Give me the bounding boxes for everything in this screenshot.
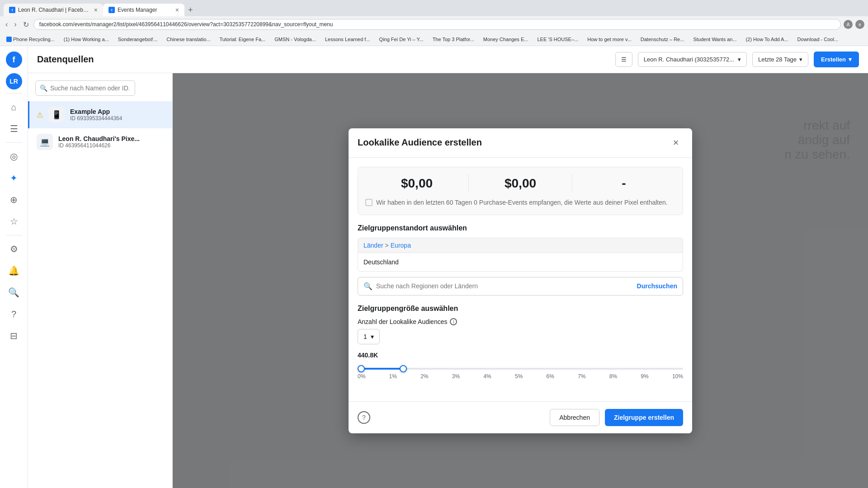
sidebar-item-analytics[interactable]: ✦: [4, 168, 24, 188]
back-button[interactable]: ‹: [4, 19, 9, 30]
search-sidebar-icon: 🔍: [8, 287, 19, 298]
events-manager-favicon: f: [108, 7, 115, 13]
submit-button[interactable]: Zielgruppe erstellen: [605, 409, 683, 426]
bookmark-11[interactable]: How to get more v...: [585, 36, 634, 43]
modal-footer: ? Abbrechen Zielgruppe erstellen: [349, 401, 692, 433]
location-tag: Deutschland: [358, 253, 683, 272]
date-range-label: Letzte 28 Tage: [758, 56, 797, 63]
ds-icon-0: 📱: [48, 107, 65, 123]
info-text: Wir haben in den letzten 60 Tagen 0 Purc…: [376, 198, 668, 207]
bookmark-4[interactable]: Tutorial: Eigene Fa...: [217, 36, 268, 43]
location-section-title: Zielgruppenstandort auswählen: [358, 224, 683, 232]
create-chevron-icon: ▾: [849, 56, 852, 63]
bookmark-8[interactable]: The Top 3 Platfor...: [430, 36, 477, 43]
nav-bar: ‹ › ↻ facebook.com/events/manager2/list/…: [0, 16, 868, 33]
bookmark-13[interactable]: Student Wants an...: [690, 36, 739, 43]
search-bar: 🔍: [28, 80, 172, 101]
slider-value-label: 440.8K: [358, 352, 683, 359]
count-dropdown[interactable]: 1 ▾: [358, 329, 380, 344]
sidebar-item-notifications[interactable]: 🔔: [4, 261, 24, 281]
bookmark-2[interactable]: Sonderangebot!...: [115, 36, 160, 43]
divider-1: [6, 93, 22, 94]
bookmark-7[interactable]: Qing Fei De Yi – Y...: [377, 36, 426, 43]
sidebar-item-search[interactable]: 🔍: [4, 282, 24, 302]
sidebar-item-collapse[interactable]: ⊟: [4, 326, 24, 346]
address-bar[interactable]: facebook.com/events/manager2/list/pixel/…: [33, 19, 841, 30]
tab-facebook[interactable]: f Leon R. Chaudhari | Facebook ×: [4, 4, 103, 16]
bookmark-9[interactable]: Money Changes E...: [481, 36, 531, 43]
tab-bar: f Leon R. Chaudhari | Facebook × f Event…: [0, 0, 868, 16]
bookmark-12[interactable]: Datenschutz – Re...: [638, 36, 687, 43]
slider-label-1: 1%: [389, 373, 397, 380]
profile-icon[interactable]: A: [844, 20, 853, 29]
sidebar-item-add[interactable]: ⊕: [4, 190, 24, 210]
slider-container: 0% 1% 2% 3% 4% 5% 6% 7%: [358, 361, 683, 383]
browser-chrome: f Leon R. Chaudhari | Facebook × f Event…: [0, 0, 868, 33]
bookmark-3[interactable]: Chinese translatio...: [164, 36, 213, 43]
divider-3: [6, 235, 22, 235]
modal-header: Lookalike Audience erstellen ×: [349, 128, 692, 158]
audience-size-title: Zielgruppengröße auswählen: [358, 305, 683, 313]
bookmark-14[interactable]: (2) How To Add A...: [743, 36, 791, 43]
slider-track[interactable]: [358, 368, 683, 370]
ds-icon-1: 💻: [37, 134, 53, 150]
bookmark-15[interactable]: Download - Cool...: [795, 36, 841, 43]
avatar[interactable]: LR: [6, 73, 22, 89]
main-content: Datenquellen ☰ Leon R. Chaudhari (303253…: [28, 46, 868, 488]
bookmark-1[interactable]: (1) How Working a...: [61, 36, 112, 43]
breadcrumb-link-2[interactable]: Europa: [391, 242, 411, 249]
create-button[interactable]: Erstellen ▾: [814, 52, 859, 67]
location-section: Zielgruppenstandort auswählen Länder > E…: [358, 224, 683, 296]
breadcrumb-link-1[interactable]: Länder: [363, 242, 383, 249]
modal-close-button[interactable]: ×: [669, 136, 683, 150]
account-name: Leon R. Chaudhari (3032535772...: [644, 56, 734, 63]
extension-icon[interactable]: e: [855, 20, 864, 29]
ds-id-0: ID 693395334444364: [70, 115, 165, 122]
count-info-icon[interactable]: i: [450, 318, 457, 325]
tab-close-events-manager[interactable]: ×: [175, 6, 179, 14]
count-value: 1: [363, 333, 367, 340]
sidebar-item-settings[interactable]: ⚙: [4, 239, 24, 259]
sidebar-item-globe[interactable]: ◎: [4, 146, 24, 166]
sidebar-item-home[interactable]: ⌂: [4, 97, 24, 117]
slider-label-10: 10%: [672, 373, 683, 380]
reload-button[interactable]: ↻: [21, 19, 31, 31]
bell-icon: 🔔: [8, 265, 19, 276]
bookmark-0[interactable]: Phone Recycling...: [4, 36, 57, 43]
data-source-item-0[interactable]: ⚠ 📱 Example App ID 693395334444364: [28, 101, 172, 128]
search-location-input[interactable]: [376, 282, 633, 290]
date-range-dropdown[interactable]: Letzte 28 Tage ▾: [752, 52, 808, 67]
help-circle-icon[interactable]: ?: [358, 411, 370, 424]
count-label-text: Anzahl der Lookalike Audiences: [358, 318, 447, 325]
sidebar-item-star[interactable]: ☆: [4, 211, 24, 231]
forward-button[interactable]: ›: [12, 19, 18, 30]
tab-close-facebook[interactable]: ×: [94, 6, 98, 14]
slider-label-2: 2%: [420, 373, 428, 380]
search-location[interactable]: 🔍 Durchsuchen: [358, 277, 683, 296]
hamburger-button[interactable]: ☰: [615, 52, 632, 67]
slider-thumb-left[interactable]: [358, 365, 365, 372]
ds-info-1: Leon R. Chaudhari's Pixe... ID 463956411…: [58, 135, 165, 149]
data-source-item-1[interactable]: 💻 Leon R. Chaudhari's Pixe... ID 4639564…: [28, 128, 172, 155]
search-browse-button[interactable]: Durchsuchen: [637, 282, 677, 290]
cancel-button[interactable]: Abbrechen: [550, 409, 599, 426]
slider-thumb-right[interactable]: [400, 365, 407, 372]
search-input[interactable]: [35, 80, 135, 96]
fb-logo: f: [6, 52, 22, 68]
sidebar-item-help[interactable]: ?: [4, 304, 24, 324]
account-dropdown[interactable]: Leon R. Chaudhari (3032535772... ▾: [638, 52, 747, 67]
info-message: Wir haben in den letzten 60 Tagen 0 Purc…: [365, 198, 675, 207]
bookmark-10[interactable]: LEE 'S HOUSE–...: [534, 36, 581, 43]
slider-label-7: 7%: [578, 373, 585, 380]
slider-section: 440.8K 0%: [358, 352, 683, 383]
bookmark-6[interactable]: Lessons Learned f...: [322, 36, 373, 43]
sidebar-item-menu[interactable]: ☰: [4, 119, 24, 139]
breadcrumb-sep: >: [385, 242, 389, 249]
tab-events-manager[interactable]: f Events Manager ×: [103, 4, 184, 16]
bookmark-5[interactable]: GMSN - Vologda...: [272, 36, 319, 43]
ds-id-1: ID 463956411044626: [58, 142, 165, 149]
ds-name-0: Example App: [70, 108, 165, 115]
home-icon: ⌂: [11, 102, 16, 113]
new-tab-button[interactable]: +: [184, 5, 197, 15]
nav-icons: A e: [844, 20, 864, 29]
